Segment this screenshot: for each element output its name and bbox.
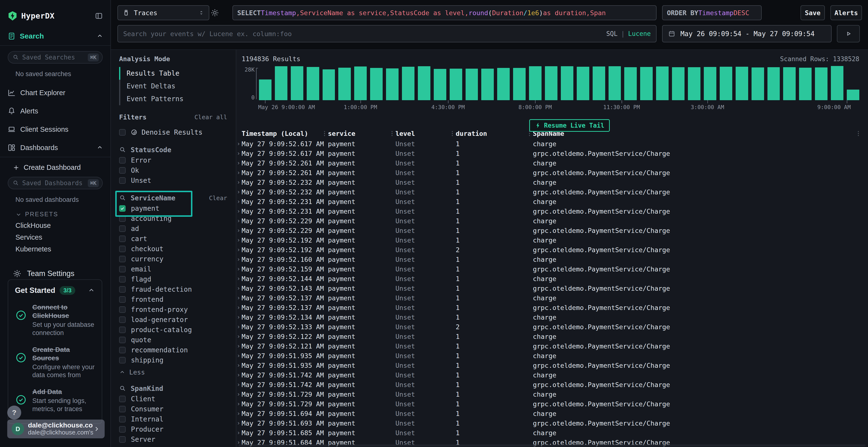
checkbox[interactable]	[119, 276, 126, 282]
filter-option-product-catalog[interactable]: product-catalog	[119, 325, 236, 335]
alerts-button[interactable]: Alerts	[830, 5, 862, 20]
checkbox[interactable]	[119, 226, 126, 232]
filter-option-unset[interactable]: Unset	[119, 175, 236, 185]
table-row[interactable]: ›May 27 9:09:51.729 AMpaymentUnset1grpc.…	[236, 399, 868, 409]
table-row[interactable]: ›May 27 9:09:52.159 AMpaymentUnset1grpc.…	[236, 264, 868, 274]
filter-option-error[interactable]: Error	[119, 155, 236, 165]
row-expand-chevron-icon[interactable]: ›	[236, 208, 242, 215]
filter-option-frontend-proxy[interactable]: frontend-proxy	[119, 304, 236, 314]
table-row[interactable]: ›May 27 9:09:52.229 AMpaymentUnset1charg…	[236, 216, 868, 226]
search-icon[interactable]	[119, 385, 126, 392]
results-histogram[interactable]: 28K 0 May 26 9:00:00 AM1:00:00 PM4:30:00…	[241, 66, 859, 111]
row-expand-chevron-icon[interactable]: ›	[236, 401, 242, 407]
search-icon[interactable]	[119, 194, 126, 202]
row-expand-chevron-icon[interactable]: ›	[236, 295, 242, 301]
checkbox[interactable]	[119, 157, 126, 164]
row-expand-chevron-icon[interactable]: ›	[236, 160, 242, 166]
sidebar-preset-services[interactable]: Services	[0, 230, 111, 241]
table-row[interactable]: ›May 27 9:09:52.231 AMpaymentUnset1charg…	[236, 197, 868, 206]
row-expand-chevron-icon[interactable]: ›	[236, 169, 242, 176]
saved-searches-input[interactable]: Saved Searches ⌘K	[8, 51, 103, 64]
row-expand-chevron-icon[interactable]: ›	[236, 256, 242, 263]
column-header-level[interactable]: ⋮level	[396, 130, 456, 137]
checkbox[interactable]	[119, 246, 126, 252]
help-button[interactable]: ?	[7, 406, 21, 419]
table-row[interactable]: ›May 27 9:09:52.617 AMpaymentUnset1grpc.…	[236, 148, 868, 158]
clear-all-filters-button[interactable]: Clear all	[194, 114, 227, 121]
row-expand-chevron-icon[interactable]: ›	[236, 323, 242, 330]
filter-option-flagd[interactable]: flagd	[119, 274, 236, 284]
sidebar-item-alerts[interactable]: Alerts	[0, 102, 111, 120]
checkbox[interactable]	[119, 347, 126, 353]
column-drag-handle[interactable]: ⋮	[450, 130, 455, 137]
row-expand-chevron-icon[interactable]: ›	[236, 352, 242, 359]
time-range-picker[interactable]: May 26 09:09:54 - May 27 09:09:54	[662, 25, 832, 42]
checkbox[interactable]	[119, 416, 126, 422]
filter-option-client[interactable]: Client	[119, 394, 236, 404]
checkbox[interactable]	[119, 406, 126, 412]
save-button[interactable]: Save	[801, 5, 825, 20]
filter-option-ad[interactable]: ad	[119, 224, 236, 234]
row-expand-chevron-icon[interactable]: ›	[236, 237, 242, 243]
column-header-service[interactable]: ⋮service	[328, 130, 396, 137]
row-expand-chevron-icon[interactable]: ›	[236, 420, 242, 426]
source-settings-gear-icon[interactable]	[210, 8, 219, 18]
filter-option-checkout[interactable]: checkout	[119, 244, 236, 254]
row-expand-chevron-icon[interactable]: ›	[236, 381, 242, 388]
table-row[interactable]: ›May 27 9:09:52.229 AMpaymentUnset1grpc.…	[236, 226, 868, 235]
filter-option-server[interactable]: Server	[119, 434, 236, 444]
table-row[interactable]: ›May 27 9:09:52.133 AMpaymentUnset2grpc.…	[236, 322, 868, 332]
horizontal-scrollbar[interactable]	[239, 444, 866, 447]
checkbox[interactable]	[119, 436, 126, 443]
checkbox[interactable]	[119, 236, 126, 242]
lang-sql-toggle[interactable]: SQL	[606, 30, 618, 37]
filter-option-payment[interactable]: payment	[119, 203, 236, 213]
checkbox[interactable]	[119, 205, 126, 212]
sidebar-item-chart-explorer[interactable]: Chart Explorer	[0, 83, 111, 102]
checkbox[interactable]	[119, 326, 126, 333]
clear-filter-button[interactable]: Clear	[209, 195, 227, 202]
checkbox[interactable]	[119, 177, 126, 184]
checkbox[interactable]	[119, 129, 126, 136]
checkbox[interactable]	[119, 396, 126, 402]
filter-option-cart[interactable]: cart	[119, 234, 236, 244]
row-expand-chevron-icon[interactable]: ›	[236, 179, 242, 186]
filter-option-fraud-detection[interactable]: fraud-detection	[119, 284, 236, 294]
filter-option-load-generator[interactable]: load-generator	[119, 314, 236, 325]
checkbox[interactable]	[119, 316, 126, 323]
chevron-up-icon[interactable]	[88, 287, 95, 294]
collapse-sidebar-icon[interactable]	[94, 11, 103, 20]
sidebar-item-dashboards[interactable]: Dashboards	[0, 138, 111, 157]
filter-option-shipping[interactable]: shipping	[119, 355, 236, 365]
checkbox[interactable]	[119, 286, 126, 293]
table-row[interactable]: ›May 27 9:09:52.617 AMpaymentUnset1charg…	[236, 139, 868, 148]
presets-toggle[interactable]: PRESETS	[0, 204, 111, 218]
filter-option-email[interactable]: email	[119, 264, 236, 274]
table-row[interactable]: ›May 27 9:09:51.729 AMpaymentUnset1charg…	[236, 389, 868, 399]
filter-option-internal[interactable]: Internal	[119, 414, 236, 424]
analysis-mode-event-patterns[interactable]: Event Patterns	[119, 93, 236, 105]
analysis-mode-event-deltas[interactable]: Event Deltas	[119, 80, 236, 93]
row-expand-chevron-icon[interactable]: ›	[236, 304, 242, 311]
lang-lucene-toggle[interactable]: Lucene	[628, 30, 651, 37]
table-row[interactable]: ›May 27 9:09:51.935 AMpaymentUnset1charg…	[236, 351, 868, 360]
filter-option-frontend[interactable]: frontend	[119, 294, 236, 304]
table-row[interactable]: ›May 27 9:09:52.137 AMpaymentUnset1charg…	[236, 293, 868, 303]
table-row[interactable]: ›May 27 9:09:52.261 AMpaymentUnset1charg…	[236, 158, 868, 168]
row-expand-chevron-icon[interactable]: ›	[236, 429, 242, 436]
row-expand-chevron-icon[interactable]: ›	[236, 372, 242, 378]
run-query-button[interactable]	[837, 25, 860, 42]
create-dashboard-button[interactable]: Create Dashboard	[0, 157, 111, 171]
sql-select-input[interactable]: SELECT Timestamp, ServiceName as service…	[232, 5, 656, 20]
table-row[interactable]: ›May 27 9:09:51.693 AMpaymentUnset1grpc.…	[236, 418, 868, 428]
denoise-results-checkbox[interactable]: Denoise Results	[119, 127, 236, 137]
column-drag-handle[interactable]: ⋮	[856, 130, 861, 137]
checkbox[interactable]	[119, 296, 126, 303]
column-header-duration[interactable]: ⋮duration	[456, 130, 533, 137]
checkbox[interactable]	[119, 266, 126, 272]
chevron-up-icon[interactable]	[96, 144, 103, 151]
row-expand-chevron-icon[interactable]: ›	[236, 391, 242, 398]
table-row[interactable]: ›May 27 9:09:52.231 AMpaymentUnset1grpc.…	[236, 206, 868, 216]
table-row[interactable]: ›May 27 9:09:52.261 AMpaymentUnset1grpc.…	[236, 168, 868, 177]
filter-option-quote[interactable]: quote	[119, 335, 236, 345]
